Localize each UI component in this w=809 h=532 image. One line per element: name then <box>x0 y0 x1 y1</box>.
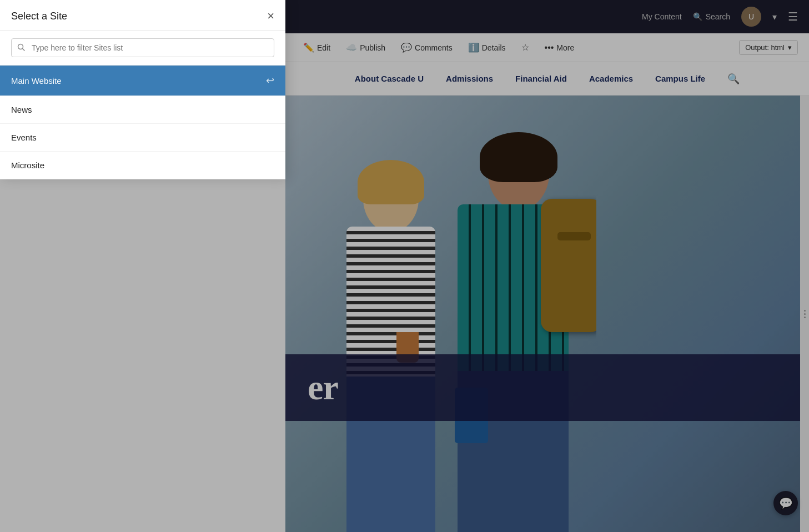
sites-list: Main Website ↩ News Events Microsite <box>0 66 285 179</box>
select-site-panel: Select a Site × Main Website ↩ News Even… <box>0 0 285 179</box>
panel-title: Select a Site <box>11 11 67 22</box>
site-item-main-website[interactable]: Main Website ↩ <box>0 66 285 96</box>
site-filter-input[interactable] <box>11 38 274 57</box>
site-item-microsite[interactable]: Microsite <box>0 152 285 179</box>
site-item-label: News <box>11 105 32 114</box>
site-item-label: Events <box>11 133 37 142</box>
history-icon: ↩ <box>266 74 274 87</box>
search-section <box>0 31 285 66</box>
site-item-label: Main Website <box>11 76 62 86</box>
site-item-news[interactable]: News <box>0 96 285 124</box>
site-item-events[interactable]: Events <box>0 124 285 152</box>
site-item-label: Microsite <box>11 160 44 170</box>
panel-header: Select a Site × <box>0 0 285 31</box>
close-button[interactable]: × <box>267 10 274 22</box>
